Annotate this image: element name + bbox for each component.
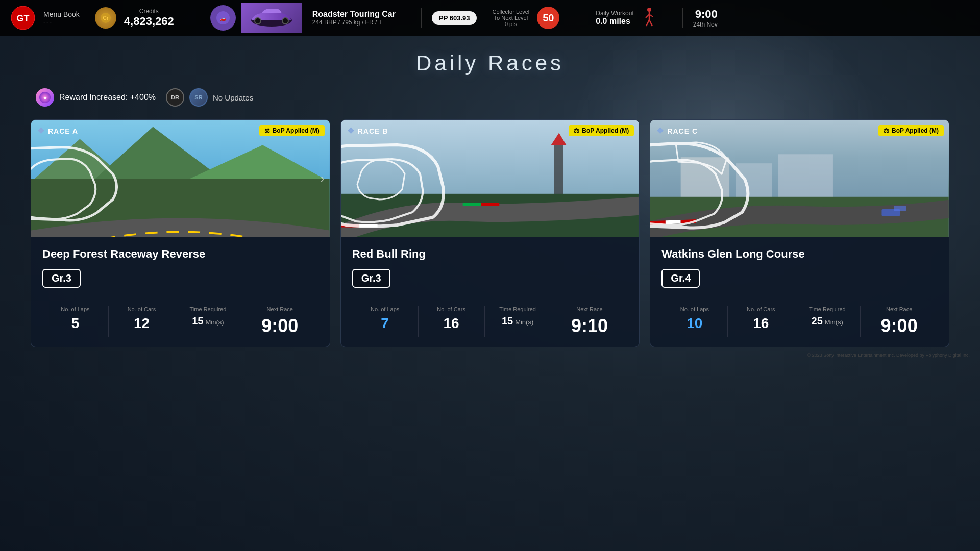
race-b-time-row: 15 Min(s) [502, 315, 533, 327]
nav-divider-3 [585, 8, 585, 28]
svg-point-8 [282, 18, 288, 24]
main-content: Daily Races ★ Reward Increased: +400% [0, 36, 980, 363]
svg-text:🚗: 🚗 [220, 15, 227, 22]
track-outline-b [341, 141, 448, 230]
race-c-time-label: Time Required [809, 306, 846, 312]
reward-badge: ★ Reward Increased: +400% [36, 88, 156, 107]
race-c-cars-group: No. of Cars 16 [728, 306, 794, 337]
race-b-time-value: 15 [502, 315, 513, 327]
bop-label-a: BoP Applied (M) [273, 127, 320, 134]
workout-value: 0.0 miles [596, 17, 633, 26]
track-outline-a [31, 143, 123, 227]
race-b-label: RACE B [358, 127, 388, 135]
race-b-time-unit: Min(s) [515, 318, 533, 326]
race-b-cars-value: 16 [444, 315, 459, 332]
race-a-info: Deep Forest Raceway Reverse Gr.3 No. of … [31, 237, 330, 347]
race-b-time-group: Time Required 15 Min(s) [485, 306, 551, 337]
race-c-next-value: 9:00 [881, 315, 918, 337]
race-a-time-row: 15 Min(s) [192, 315, 224, 327]
pp-value: 603.93 [450, 14, 470, 22]
nav-divider-1 [200, 8, 200, 28]
credits-coin-icon: Cr [95, 7, 116, 29]
race-b-image: ❖ RACE B ⚖ BoP Applied (M) [341, 120, 640, 237]
race-a-cars-value: 12 [134, 315, 150, 332]
race-a-next-label: Next Race [267, 306, 293, 312]
race-card-a[interactable]: ❖ RACE A ⚖ BoP Applied (M) › Deep Forest… [31, 119, 330, 347]
pp-rating: PP 603.93 [432, 11, 477, 25]
race-a-gr-badge: Gr.3 [42, 269, 81, 288]
daily-workout-section: Daily Workout 0.0 miles [596, 10, 633, 26]
race-c-time-value: 25 [812, 315, 823, 327]
race-a-laps-label: No. of Laps [61, 306, 89, 312]
race-a-label: RACE A [48, 127, 78, 135]
race-a-time-value: 15 [192, 315, 203, 327]
race-b-info: Red Bull Ring Gr.3 No. of Laps 7 No. of … [341, 237, 640, 347]
copyright-text: © 2023 Sony Interactive Entertainment In… [807, 353, 970, 358]
race-a-laps-group: No. of Laps 5 [42, 306, 109, 337]
svg-line-14 [649, 20, 652, 26]
race-b-gr-badge: Gr.3 [352, 269, 390, 288]
race-a-cars-label: No. of Cars [128, 306, 156, 312]
race-b-stats: No. of Laps 7 No. of Cars 16 Time Requir… [352, 298, 628, 337]
gt-logo: GT [10, 5, 36, 31]
credits-section: Credits 4,823,262 [124, 8, 174, 28]
sr-label: SR [194, 94, 202, 101]
race-c-image: ❖ RACE C ⚖ BoP Applied (M) [650, 120, 949, 237]
pp-label: PP [439, 14, 448, 22]
svg-point-7 [255, 18, 261, 24]
car-thumbnail [241, 3, 302, 33]
race-b-badge: ❖ RACE B [347, 126, 388, 136]
current-time: 9:00 [695, 8, 718, 21]
race-c-info: Watkins Glen Long Course Gr.4 No. of Lap… [650, 237, 949, 347]
race-c-stats: No. of Laps 10 No. of Cars 16 Time Requi… [662, 298, 938, 337]
race-c-laps-group: No. of Laps 10 [662, 306, 728, 337]
dr-badge: DR [166, 88, 184, 107]
race-a-cars-group: No. of Cars 12 [109, 306, 175, 337]
race-c-laps-label: No. of Laps [680, 306, 709, 312]
race-c-laps-value: 10 [687, 315, 702, 332]
race-b-track-name: Red Bull Ring [352, 247, 628, 261]
race-c-bop: ⚖ BoP Applied (M) [878, 125, 944, 136]
collector-level-value: 50 [543, 12, 554, 24]
race-c-badge: ❖ RACE C [656, 126, 698, 136]
track-outline-c [650, 138, 757, 232]
svg-text:Cr: Cr [103, 15, 108, 21]
race-a-time-unit: Min(s) [205, 318, 224, 326]
collector-label: Collector Level [492, 9, 529, 15]
race-b-next-value: 9:10 [571, 315, 608, 337]
race-c-cars-label: No. of Cars [747, 306, 775, 312]
race-b-time-label: Time Required [499, 306, 536, 312]
svg-line-13 [646, 20, 649, 26]
car-info-section: Roadster Touring Car 244 BHP / 795 kg / … [312, 10, 396, 26]
current-date: 24th Nov [693, 21, 718, 28]
race-c-label: RACE C [667, 127, 698, 135]
race-a-time-group: Time Required 15 Min(s) [175, 306, 241, 337]
sr-badge: SR [189, 88, 208, 107]
race-a-image: ❖ RACE A ⚖ BoP Applied (M) › [31, 120, 330, 237]
update-badges: DR SR No Updates [166, 88, 253, 107]
race-a-badge: ❖ RACE A [37, 126, 78, 136]
notifications-bar: ★ Reward Increased: +400% DR SR No Updat… [31, 88, 949, 107]
reward-text: Reward Increased: +400% [59, 93, 156, 102]
race-b-next-label: Next Race [576, 306, 602, 312]
nav-divider-2 [421, 8, 422, 28]
race-c-gr-badge: Gr.4 [662, 269, 700, 288]
race-a-bop: ⚖ BoP Applied (M) [259, 125, 325, 136]
race-c-time-unit: Min(s) [825, 318, 843, 326]
car-nav-icon: 🚗 [210, 5, 236, 31]
race-a-arrow: › [321, 171, 325, 186]
bop-icon-c: ⚖ [884, 127, 889, 134]
race-card-b[interactable]: ❖ RACE B ⚖ BoP Applied (M) Red Bull Ring… [340, 119, 640, 347]
menu-book-section: Menu Book --- [43, 10, 80, 26]
race-a-time-label: Time Required [190, 306, 227, 312]
bop-label-b: BoP Applied (M) [582, 127, 629, 134]
top-navigation: GT Menu Book --- Cr Credits 4,823,262 🚗 [0, 0, 980, 36]
race-a-icon: ❖ [37, 126, 45, 136]
bop-label-c: BoP Applied (M) [892, 127, 939, 134]
bop-icon-a: ⚖ [264, 127, 270, 134]
collector-pts: 0 pts [505, 21, 517, 27]
race-c-next-label: Next Race [886, 306, 912, 312]
no-updates-text: No Updates [213, 93, 253, 102]
race-card-c[interactable]: ❖ RACE C ⚖ BoP Applied (M) Watkins Glen … [650, 119, 949, 347]
race-a-laps-value: 5 [71, 315, 80, 332]
